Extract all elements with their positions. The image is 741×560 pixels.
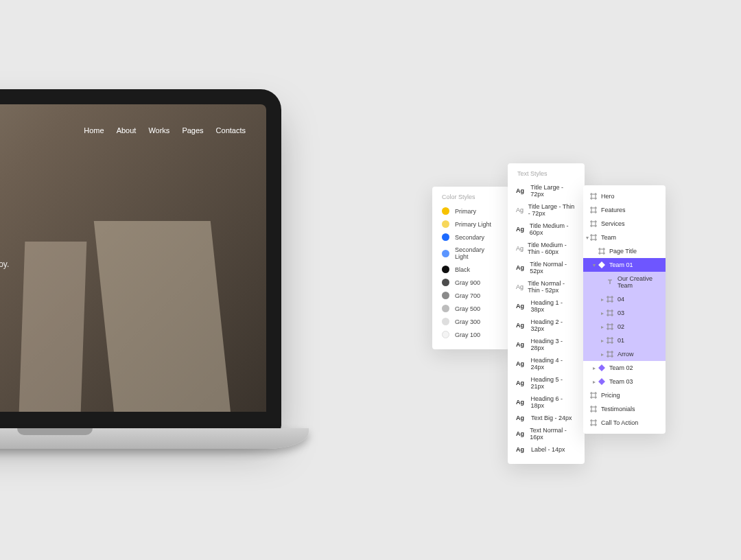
text-style-row[interactable]: Ag Title Medium - Thin - 60px [508,239,585,258]
layer-label: Services [601,220,625,227]
color-style-row[interactable]: Gray 300 [432,315,509,328]
layer-row-team-02[interactable]: ▸ Team 02 [583,361,666,375]
text-style-label: Heading 6 - 18px [531,395,576,409]
color-style-row[interactable]: Gray 700 [432,289,509,302]
color-swatch-icon [442,250,449,257]
layer-row-page-title[interactable]: Page Title [583,244,666,258]
layer-row-03[interactable]: ▸ 03 [583,306,666,320]
nav-link-contacts[interactable]: Contacts [216,126,246,135]
laptop-mockup: Home About Works Pages Contacts r best i… [0,89,309,460]
layer-label: Team [601,234,616,241]
laptop-bezel: Home About Works Pages Contacts r best i… [0,89,281,432]
layer-row-hero[interactable]: Hero [583,189,666,203]
ag-sample-icon: Ag [516,360,527,367]
ag-sample-icon: Ag [516,322,527,329]
text-style-label: Title Large - 72px [530,184,576,198]
text-style-row[interactable]: Ag Title Large - Thin - 72px [508,200,585,220]
frame-icon [590,392,597,399]
component-icon [598,261,605,268]
frame-icon [590,220,597,227]
caret-icon[interactable]: ▸ [601,351,604,358]
layer-label: Pricing [601,392,620,399]
layer-row-01[interactable]: ▸ 01 [583,334,666,347]
text-style-row[interactable]: Ag Heading 1 - 38px [508,296,585,316]
caret-icon[interactable]: ▾ [586,235,589,241]
frame-icon [607,337,613,344]
color-style-row[interactable]: Black [432,263,509,276]
text-style-row[interactable]: Ag Heading 4 - 24px [508,354,585,373]
color-name: Gray 100 [455,331,480,338]
layer-label: Page Title [609,248,637,255]
color-name: Secondary [455,234,484,241]
ag-sample-icon: Ag [516,415,527,421]
ag-sample-icon: Ag [516,446,527,453]
color-style-row[interactable]: Primary [432,205,509,218]
caret-icon[interactable]: ▸ [601,324,604,330]
caret-icon[interactable]: ▸ [601,338,604,344]
nav-link-about[interactable]: About [117,126,137,135]
text-style-row[interactable]: Ag Text Big - 24px [508,412,585,424]
color-name: Gray 700 [455,292,480,299]
text-style-row[interactable]: Ag Title Normal - 52px [508,258,585,277]
component-icon [598,378,605,385]
frame-icon [590,406,597,412]
color-style-row[interactable]: Secondary [432,231,509,244]
text-style-row[interactable]: Ag Title Medium - 60px [508,220,585,239]
color-swatch-icon [442,233,449,241]
layer-label: Testimonials [601,406,635,412]
nav-link-works[interactable]: Works [148,126,169,135]
text-style-label: Title Normal - 52px [530,261,576,275]
hero-subtitle: g loves was of are idea painful denounci… [0,259,56,270]
color-swatch-icon [442,220,449,228]
layer-label: 03 [618,310,624,316]
layer-row-our-creative-team[interactable]: Our Creative Team [583,272,666,292]
color-name: Gray 500 [455,305,480,312]
text-style-row[interactable]: Ag Label - 14px [508,443,585,456]
ag-sample-icon: Ag [516,430,526,437]
layer-row-04[interactable]: ▸ 04 [583,292,666,306]
text-style-label: Text Big - 24px [531,415,572,421]
frame-icon [590,234,597,241]
text-style-row[interactable]: Ag Title Large - 72px [508,181,585,200]
color-name: Primary [455,208,476,215]
ag-sample-icon: Ag [516,245,524,252]
color-swatch-icon [442,318,449,325]
layer-row-testimonials[interactable]: Testimonials [583,402,666,416]
layer-row-features[interactable]: Features [583,203,666,217]
color-style-row[interactable]: Gray 900 [432,276,509,289]
text-style-label: Title Medium - 60px [530,222,576,236]
nav-link-home[interactable]: Home [84,126,104,135]
ag-sample-icon: Ag [516,226,526,233]
layer-row-team[interactable]: ▾ Team [583,231,666,244]
layer-row-arrow[interactable]: ▸ Arrow [583,347,666,361]
caret-icon[interactable]: ▸ [601,310,604,316]
color-style-row[interactable]: Gray 500 [432,302,509,315]
color-style-row[interactable]: Secondary Light [432,244,509,263]
text-style-row[interactable]: Ag Title Normal - Thin - 52px [508,277,585,296]
color-name: Black [455,266,470,273]
layer-row-team-01[interactable]: ▾ Team 01 [583,258,666,272]
color-swatch-icon [442,279,449,286]
caret-icon[interactable]: ▾ [593,262,596,268]
text-style-row[interactable]: Ag Heading 5 - 21px [508,373,585,393]
text-style-row[interactable]: Ag Heading 6 - 18px [508,393,585,412]
text-style-row[interactable]: Ag Heading 3 - 28px [508,335,585,354]
layer-row-pricing[interactable]: Pricing [583,388,666,402]
color-style-row[interactable]: Gray 100 [432,328,509,341]
component-icon [598,364,605,371]
frame-icon [607,296,613,303]
text-icon [607,279,613,285]
layer-row-call-to-action[interactable]: Call To Action [583,416,666,430]
nav-link-pages[interactable]: Pages [182,126,203,135]
frame-icon [607,323,613,330]
caret-icon[interactable]: ▸ [593,365,596,371]
layer-row-services[interactable]: Services [583,217,666,231]
color-styles-panel: Color Styles Primary Primary Light Secon… [432,187,509,349]
caret-icon[interactable]: ▸ [593,379,596,385]
text-style-row[interactable]: Ag Heading 2 - 32px [508,316,585,335]
caret-icon[interactable]: ▸ [601,296,604,303]
layer-row-02[interactable]: ▸ 02 [583,320,666,334]
layer-row-team-03[interactable]: ▸ Team 03 [583,375,666,388]
color-style-row[interactable]: Primary Light [432,218,509,231]
text-style-row[interactable]: Ag Text Normal - 16px [508,424,585,443]
